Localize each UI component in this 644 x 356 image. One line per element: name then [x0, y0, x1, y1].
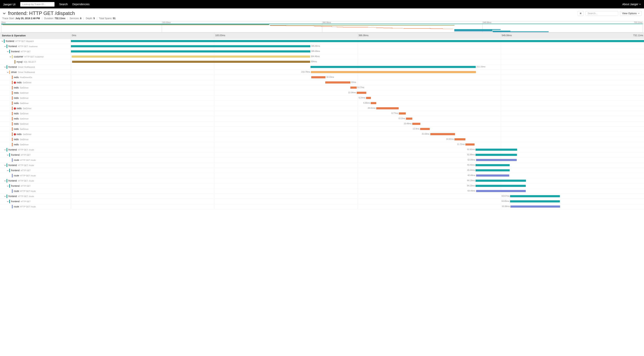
span-bar[interactable] — [399, 112, 406, 114]
span-row[interactable]: !redisGetDriver28.81ms — [0, 106, 644, 111]
span-timeline-cell[interactable]: 304.46ms — [71, 54, 644, 59]
span-bar[interactable] — [371, 102, 376, 104]
span-row[interactable]: redisGetDriver14.02ms — [0, 137, 644, 142]
span-tree-cell[interactable]: frontendHTTP GET — [0, 199, 71, 204]
span-tree-cell[interactable]: frontendHTTP GET — [0, 183, 71, 188]
span-bar[interactable] — [311, 76, 326, 78]
span-row[interactable]: mysqlSQL SELECT304ms — [0, 59, 644, 64]
collapse-all-icon[interactable] — [2, 11, 6, 15]
span-bar[interactable] — [412, 123, 420, 125]
span-bar[interactable] — [510, 200, 560, 202]
span-timeline-cell[interactable]: 52.92ms — [71, 147, 644, 152]
expand-toggle-icon[interactable] — [4, 45, 6, 47]
span-bar[interactable] — [376, 107, 399, 109]
span-timeline-cell[interactable]: 28.81ms — [71, 106, 644, 111]
span-bar[interactable] — [476, 149, 517, 151]
span-bar[interactable] — [311, 71, 476, 73]
span-row[interactable]: routeHTTP GET /route63.36ms — [0, 204, 644, 209]
span-tree-cell[interactable]: frontendHTTP GET — [0, 49, 71, 54]
span-bar[interactable] — [476, 164, 510, 166]
span-tree-cell[interactable]: redisGetDriver — [0, 137, 71, 142]
expand-toggle-icon[interactable] — [4, 195, 6, 197]
span-timeline-cell[interactable] — [71, 39, 644, 44]
span-bar[interactable] — [72, 61, 310, 63]
span-bar[interactable] — [476, 159, 517, 161]
span-row[interactable]: routeHTTP GET /route42.48ms — [0, 173, 644, 178]
span-timeline-cell[interactable]: 8.12ms — [71, 116, 644, 121]
keyboard-shortcuts-button[interactable]: ⌘ — [578, 11, 584, 16]
expand-toggle-icon[interactable] — [6, 154, 9, 156]
span-tree-cell[interactable]: redisGetDriver — [0, 90, 71, 95]
span-tree-cell[interactable]: routeHTTP GET /route — [0, 204, 71, 209]
span-row[interactable]: redisGetDriver8.17ms — [0, 85, 644, 90]
span-row[interactable]: frontendDriver::findNearest211.15ms — [0, 64, 644, 70]
span-tree-cell[interactable]: redisGetDriver — [0, 111, 71, 116]
span-tree-cell[interactable]: frontendHTTP GET — [0, 168, 71, 173]
span-bar[interactable] — [310, 66, 476, 68]
about-jaeger-link[interactable]: About Jaeger — [622, 3, 641, 6]
span-tree-cell[interactable]: frontendHTTP GET /dispatch — [0, 39, 71, 44]
span-row[interactable]: !redisGetDriver31.63ms — [0, 132, 644, 137]
minimap-body[interactable] — [1, 23, 643, 32]
span-bar[interactable] — [325, 81, 350, 83]
span-timeline-cell[interactable]: 12.4ms — [71, 127, 644, 132]
span-bar[interactable] — [476, 190, 526, 192]
span-timeline-cell[interactable]: 43.44ms — [71, 168, 644, 173]
span-row[interactable]: routeHTTP GET /route63.48ms — [0, 189, 644, 194]
span-timeline-cell[interactable]: 8.77ms — [71, 111, 644, 116]
span-bar[interactable] — [350, 86, 357, 89]
span-bar[interactable] — [71, 50, 310, 52]
span-timeline-cell[interactable]: 64.18ms — [71, 178, 644, 183]
span-tree-cell[interactable]: frontendHTTP GET: /customer — [0, 44, 71, 49]
span-row[interactable]: frontendHTTP GET: /customer305.89ms — [0, 44, 644, 49]
span-timeline-cell[interactable]: 52.08ms — [71, 158, 644, 163]
span-timeline-cell[interactable]: 11.72ms — [71, 142, 644, 147]
span-timeline-cell[interactable]: 63.36ms — [71, 204, 644, 209]
span-row[interactable]: frontendHTTP GET63.65ms — [0, 199, 644, 204]
span-tree-cell[interactable]: frontendDriver::findNearest — [0, 64, 71, 69]
span-row[interactable]: frontendHTTP GET: /route64.18ms — [0, 178, 644, 183]
nav-search[interactable]: Search — [59, 3, 68, 6]
expand-toggle-icon[interactable] — [6, 71, 9, 73]
span-bar[interactable] — [465, 143, 474, 146]
expand-toggle-icon[interactable] — [6, 200, 9, 203]
span-bar[interactable] — [420, 128, 430, 130]
trace-search-input[interactable] — [586, 11, 618, 16]
span-tree-cell[interactable]: routeHTTP GET /route — [0, 189, 71, 194]
span-timeline-cell[interactable]: 210.78ms — [71, 70, 644, 75]
span-tree-cell[interactable]: customerHTTP GET /customer — [0, 54, 71, 59]
span-timeline-cell[interactable]: 42.48ms — [71, 173, 644, 178]
span-row[interactable]: redisGetDriver6.96ms — [0, 101, 644, 106]
span-bar[interactable] — [430, 133, 455, 135]
span-tree-cell[interactable]: redisGetDriver — [0, 116, 71, 121]
span-bar[interactable] — [476, 169, 510, 171]
trace-minimap[interactable]: 0ms183.03ms366.06ms549.08ms732.11ms — [1, 21, 643, 32]
span-row[interactable]: frontendHTTP GET: /route63.67ms — [0, 194, 644, 199]
span-bar[interactable] — [476, 154, 517, 156]
span-tree-cell[interactable]: !redisGetDriver — [0, 80, 71, 85]
span-row[interactable]: frontendHTTP GET52.89ms — [0, 152, 644, 158]
span-tree-cell[interactable]: redisFindDriverIDs — [0, 75, 71, 80]
expand-toggle-icon[interactable] — [6, 169, 9, 172]
span-timeline-cell[interactable]: 18.23ms — [71, 75, 644, 80]
span-timeline-cell[interactable]: 305.89ms — [71, 44, 644, 49]
span-tree-cell[interactable]: frontendHTTP GET: /route — [0, 147, 71, 152]
expand-toggle-icon[interactable] — [4, 164, 6, 166]
span-bar[interactable] — [406, 118, 412, 120]
span-timeline-cell[interactable]: 63.48ms — [71, 189, 644, 194]
span-row[interactable]: redisGetDriver11.72ms — [0, 142, 644, 147]
span-tree-cell[interactable]: !redisGetDriver — [0, 106, 71, 111]
span-row[interactable]: redisGetDriver8.12ms — [0, 116, 644, 121]
span-row[interactable]: routeHTTP GET /route52.08ms — [0, 158, 644, 163]
span-tree-cell[interactable]: redisGetDriver — [0, 101, 71, 106]
span-bar[interactable] — [510, 205, 560, 208]
span-bar[interactable] — [72, 55, 310, 58]
span-timeline-cell[interactable]: 6.96ms — [71, 101, 644, 106]
span-row[interactable]: redisGetDriver6.24ms — [0, 96, 644, 101]
span-tree-cell[interactable]: redisGetDriver — [0, 127, 71, 132]
expand-toggle-icon[interactable] — [4, 149, 6, 151]
span-tree-cell[interactable]: redisGetDriver — [0, 85, 71, 90]
span-bar[interactable] — [366, 97, 371, 99]
span-tree-cell[interactable]: frontendHTTP GET: /route — [0, 194, 71, 199]
expand-toggle-icon[interactable] — [4, 180, 6, 182]
